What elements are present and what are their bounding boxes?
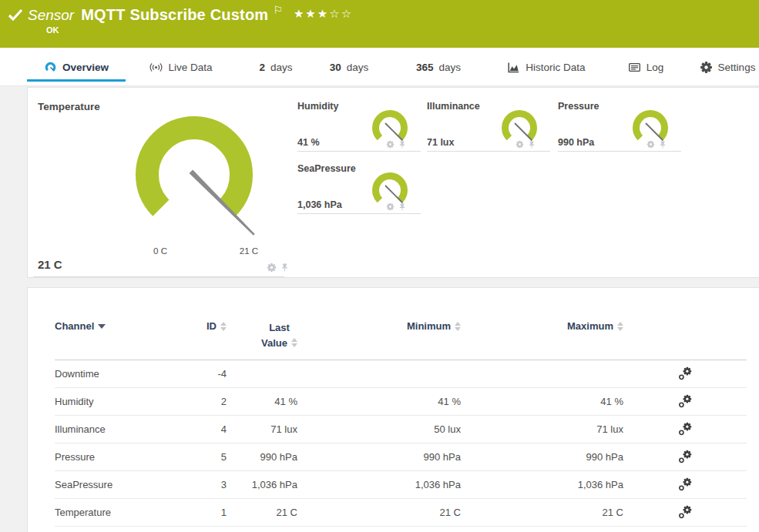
channel-name: Humidity [297,101,338,112]
table-row: Humidity 2 41 % 41 % 41 % [55,388,747,416]
cell-last-value: 71 lux [227,423,297,435]
cell-id: 4 [190,423,227,435]
gauges-panel: Temperature 0 C 21 C 21 C Humidity 41 % … [27,87,759,278]
channel-gear-icon[interactable] [267,263,277,273]
mini-gauge-humidity: Humidity 41 % [297,99,421,152]
cell-id: 1 [190,507,227,518]
column-header-maximum[interactable]: Maximum [461,320,623,332]
area-chart-icon [507,61,520,74]
pin-icon[interactable] [280,263,289,272]
channel-gear-icon[interactable] [516,140,524,149]
gauge-max-label: 21 C [226,246,272,256]
cell-channel: Downtime [55,368,190,380]
cell-id: 2 [190,396,227,407]
channel-name: Pressure [558,101,599,112]
table-row: Illuminance 4 71 lux 50 lux 71 lux [55,416,747,443]
primary-gauge-value: 21 C [38,258,62,271]
channel-value: 1,036 hPa [297,199,342,210]
column-header-channel[interactable]: Channel [55,320,190,332]
broadcast-icon [149,61,163,74]
table-row: SeaPressure 3 1,036 hPa 1,036 hPa 1,036 … [55,471,747,499]
channel-settings-icon[interactable] [678,394,693,409]
column-header-minimum[interactable]: Minimum [297,320,461,332]
divider [33,276,284,277]
cell-last-value: 41 % [227,396,297,407]
tab-historic-data[interactable]: Historic Data [497,48,596,86]
tab-bar: Overview Live Data 2 days 30 days 365 da… [0,48,759,86]
channel-value: 41 % [297,137,320,148]
table-row: Pressure 5 990 hPa 990 hPa 990 hPa [55,443,747,471]
cell-maximum: 990 hPa [461,451,623,463]
sort-arrows-icon [291,338,297,347]
active-tab-underline [27,79,126,82]
cell-maximum: 41 % [461,396,623,407]
pin-icon[interactable] [398,141,406,149]
tab-log[interactable]: Log [621,48,670,86]
temperature-gauge [106,88,283,273]
cell-channel: Temperature [55,507,190,518]
sort-arrows-icon [617,322,623,331]
table-header-row: Channel ID Last Value Minimum [55,319,747,360]
sort-arrows-icon [220,322,227,331]
tab-settings[interactable]: Settings [696,48,759,86]
priority-flag-icon[interactable]: ⚐ [273,4,283,16]
cell-minimum: 1,036 hPa [297,479,461,490]
tab-live-data[interactable]: Live Data [139,48,223,86]
cell-channel: Illuminance [55,423,190,435]
table-row: Downtime -4 [55,360,747,388]
mini-gauge-seapressure: SeaPressure 1,036 hPa [297,162,421,214]
cell-minimum: 41 % [297,396,461,407]
channel-settings-icon[interactable] [678,505,693,520]
cell-channel: Humidity [55,396,190,407]
tab-2-days[interactable]: 2 days [254,48,297,86]
channel-gear-icon[interactable] [646,140,655,149]
primary-gauge-name: Temperature [38,101,100,112]
log-list-icon [628,61,641,74]
pin-icon[interactable] [398,203,406,211]
pin-icon[interactable] [528,141,536,149]
cell-id: 3 [190,479,227,490]
cell-minimum: 21 C [297,507,461,518]
sort-arrows-icon [455,322,461,331]
channel-value: 71 lux [427,137,454,148]
object-kind-label: Sensor [28,7,74,24]
cell-last-value: 1,036 hPa [227,479,297,490]
cell-minimum: 990 hPa [297,451,461,463]
cell-maximum: 21 C [461,507,623,518]
channel-settings-icon[interactable] [678,450,693,464]
cell-last-value: 990 hPa [227,451,297,463]
sensor-header: Sensor MQTT Subscribe Custom ⚐ ★★★☆☆ OK [0,0,759,48]
channel-settings-icon[interactable] [678,422,693,437]
channel-name: Illuminance [427,101,480,112]
cell-channel: SeaPressure [55,479,190,490]
channel-name: SeaPressure [297,163,356,174]
column-header-last-value[interactable]: Last Value [227,320,297,350]
cell-channel: Pressure [55,451,190,463]
priority-stars[interactable]: ★★★☆☆ [294,7,353,21]
cell-id: -4 [190,368,227,380]
tab-30-days[interactable]: 30 days [324,48,374,86]
table-row: Temperature 1 21 C 21 C 21 C [55,499,747,527]
mini-gauge-illuminance: Illuminance 71 lux [427,99,550,152]
channels-table: Channel ID Last Value Minimum [55,319,747,527]
column-header-id[interactable]: ID [190,320,227,332]
cell-maximum: 71 lux [461,423,623,435]
cell-maximum: 1,036 hPa [461,479,623,490]
channel-value: 990 hPa [558,137,594,148]
channel-settings-icon[interactable] [678,477,693,492]
gauge-icon [44,61,57,74]
gear-icon [700,61,713,74]
cell-minimum: 50 lux [297,423,461,435]
tab-365-days[interactable]: 365 days [408,48,468,86]
channel-gear-icon[interactable] [386,202,395,211]
status-check-icon [8,8,23,22]
cell-last-value: 21 C [227,507,297,518]
channel-settings-icon[interactable] [678,366,693,381]
sort-caret-down-icon [98,324,106,329]
page-title: MQTT Subscribe Custom [81,6,268,24]
pin-icon[interactable] [659,141,667,149]
tab-overview[interactable]: Overview [27,48,126,86]
channels-table-panel: Channel ID Last Value Minimum [27,287,759,532]
gauge-min-label: 0 C [137,246,183,256]
channel-gear-icon[interactable] [386,140,395,149]
